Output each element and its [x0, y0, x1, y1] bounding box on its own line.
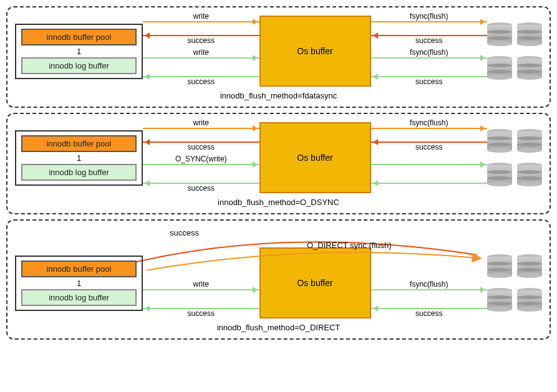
log-buffer: innodb log buffer: [21, 57, 137, 74]
database-icon: [487, 56, 512, 80]
database-icon: [487, 22, 512, 46]
innodb-box: innodb buffer pool 1 innodb log buffer: [15, 130, 143, 186]
panel-odirect: success O_DIRECT sync (flush) innodb buf…: [6, 219, 551, 340]
left-arrows: write success write success: [143, 14, 259, 88]
log-buffer: innodb log buffer: [21, 164, 137, 181]
buffer-pool: innodb buffer pool: [21, 29, 137, 45]
lbl-success2: success: [188, 184, 215, 193]
db-cylinders: [487, 22, 542, 80]
os-buffer: Os buffer: [259, 122, 371, 193]
caption: innodb_flush_method=O_DIRECT: [15, 323, 542, 332]
left-arrows: write success: [143, 246, 259, 320]
lbl-fsync: fsync(flush): [410, 280, 448, 289]
right-arrows: fsync(flush) success: [371, 246, 488, 320]
log-buffer: innodb log buffer: [21, 289, 137, 306]
os-buffer: Os buffer: [259, 16, 371, 87]
lbl-write2: write: [193, 48, 209, 57]
panel-row: innodb buffer pool 1 innodb log buffer w…: [15, 14, 542, 88]
database-icon: [517, 254, 542, 278]
os-buffer: Os buffer: [259, 247, 371, 318]
number-1: 1: [21, 47, 137, 56]
lbl-rsucc: success: [415, 143, 442, 151]
lbl-success: success: [188, 143, 215, 151]
db-cylinders: [487, 254, 542, 312]
lbl-write: write: [193, 12, 209, 21]
lbl-success: success: [188, 309, 215, 318]
left-arrows: write success O_SYNC(write) success: [143, 120, 259, 195]
panel-row: innodb buffer pool 1 innodb log buffer w…: [15, 120, 542, 195]
lbl-fsync: fsync(flush): [410, 118, 448, 127]
buffer-pool: innodb buffer pool: [21, 135, 137, 152]
right-arrows: fsync(flush) success fsync(flush) succes…: [371, 14, 488, 88]
database-icon: [517, 129, 542, 153]
lbl-success: success: [188, 36, 215, 45]
database-icon: [517, 288, 542, 312]
database-icon: [487, 254, 512, 278]
innodb-box: innodb buffer pool 1 innodb log buffer: [15, 256, 143, 311]
buffer-pool: innodb buffer pool: [21, 261, 137, 277]
database-icon: [517, 56, 542, 80]
lbl-write: write: [193, 118, 209, 127]
number-1: 1: [21, 279, 137, 288]
lbl-rsucc: success: [415, 309, 442, 318]
lbl-fsync: fsync(flush): [410, 12, 448, 21]
right-arrows: fsync(flush) success: [371, 120, 488, 195]
database-icon: [517, 163, 542, 186]
number-1: 1: [21, 153, 137, 163]
curve-lbl-success: success: [170, 228, 199, 237]
lbl-rsucc: success: [415, 36, 442, 45]
lbl-fsync2: fsync(flush): [410, 48, 448, 57]
database-icon: [487, 163, 512, 186]
database-icon: [487, 288, 512, 312]
caption: innodb_flush_method=fdatasync: [15, 91, 542, 100]
lbl-write: write: [193, 280, 209, 289]
database-icon: [517, 22, 542, 46]
innodb-box: innodb buffer pool 1 innodb log buffer: [15, 24, 143, 79]
panel-row: innodb buffer pool 1 innodb log buffer w…: [15, 246, 542, 320]
panel-fdatasync: innodb buffer pool 1 innodb log buffer w…: [6, 6, 551, 108]
db-cylinders: [487, 129, 542, 186]
database-icon: [487, 129, 512, 153]
lbl-osync: O_SYNC(write): [175, 155, 227, 163]
caption: innodb_flush_method=O_DSYNC: [15, 198, 542, 207]
lbl-rsucc2: success: [415, 77, 442, 86]
panel-odsync: innodb buffer pool 1 innodb log buffer w…: [6, 113, 551, 214]
lbl-success2: success: [188, 77, 215, 86]
